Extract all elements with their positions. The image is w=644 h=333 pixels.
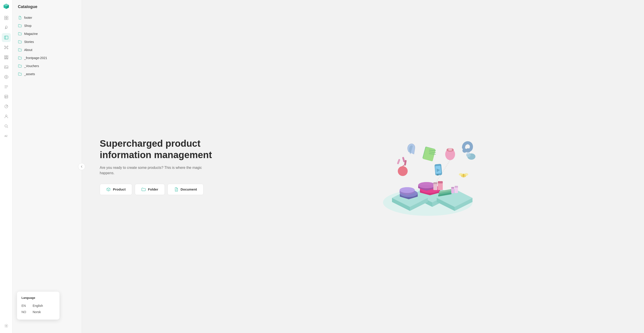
svg-rect-16 bbox=[4, 57, 6, 58]
sidebar-nav: footerShopMagazineStoriesAbout_frontpage… bbox=[12, 13, 82, 333]
document-button-label: Document bbox=[181, 188, 197, 191]
nav-customers[interactable] bbox=[2, 112, 11, 121]
svg-line-11 bbox=[7, 47, 7, 47]
illustration-area bbox=[230, 118, 626, 216]
svg-rect-17 bbox=[6, 57, 8, 58]
svg-rect-54 bbox=[454, 186, 458, 188]
sidebar-item-label: _assets bbox=[24, 72, 35, 76]
folder-icon bbox=[18, 56, 22, 60]
document-icon bbox=[18, 16, 22, 20]
sidebar-item-assets[interactable]: _assets bbox=[15, 70, 79, 78]
svg-point-84 bbox=[468, 150, 468, 150]
svg-point-29 bbox=[6, 106, 6, 107]
nav-az[interactable]: AZ bbox=[2, 132, 11, 140]
svg-point-49 bbox=[400, 187, 415, 193]
icon-sidebar: AZ bbox=[0, 0, 12, 333]
lang-name-no: Norsk bbox=[33, 310, 41, 314]
svg-rect-53 bbox=[454, 187, 458, 193]
sidebar-item-label: Shop bbox=[24, 24, 32, 28]
folder-icon bbox=[18, 32, 22, 36]
sidebar-item-footer[interactable]: footer bbox=[15, 14, 79, 22]
lang-code-no: NO bbox=[22, 310, 28, 314]
nav-graph[interactable] bbox=[2, 43, 11, 52]
collapse-sidebar-button[interactable] bbox=[78, 163, 85, 170]
sidebar-item-label: footer bbox=[24, 16, 32, 20]
svg-point-8 bbox=[4, 48, 5, 49]
folder-icon bbox=[18, 72, 22, 76]
content-area: Supercharged product information managem… bbox=[82, 0, 644, 333]
nav-dashboard[interactable] bbox=[2, 14, 11, 22]
svg-rect-18 bbox=[4, 58, 6, 59]
svg-point-22 bbox=[6, 76, 7, 78]
sidebar-item-label: Stories bbox=[24, 40, 34, 44]
svg-rect-19 bbox=[6, 58, 8, 59]
nav-analytics[interactable] bbox=[2, 102, 11, 111]
svg-rect-55 bbox=[451, 188, 454, 193]
folder-icon bbox=[18, 64, 22, 68]
svg-text:AZ: AZ bbox=[4, 135, 8, 137]
svg-line-32 bbox=[7, 127, 8, 128]
nav-plugins[interactable] bbox=[2, 72, 11, 82]
svg-point-80 bbox=[467, 152, 469, 154]
svg-rect-20 bbox=[4, 66, 8, 68]
lang-name-en: English bbox=[33, 304, 43, 308]
action-buttons: Product Folder bbox=[100, 184, 216, 195]
svg-rect-43 bbox=[438, 181, 443, 184]
language-popup-title: Language bbox=[22, 296, 55, 300]
svg-rect-3 bbox=[6, 18, 8, 20]
product-button[interactable]: Product bbox=[100, 184, 132, 195]
language-option-en[interactable]: EN English bbox=[22, 302, 55, 309]
nav-image[interactable] bbox=[2, 62, 11, 72]
sidebar-title: Catalogue bbox=[12, 0, 82, 13]
nav-search[interactable] bbox=[2, 122, 11, 130]
svg-rect-56 bbox=[451, 187, 454, 188]
svg-point-34 bbox=[6, 326, 7, 326]
nav-catalogue[interactable] bbox=[2, 33, 11, 42]
hero-title: Supercharged product information managem… bbox=[100, 138, 216, 160]
svg-rect-42 bbox=[438, 182, 443, 190]
svg-point-9 bbox=[7, 48, 8, 49]
folder-icon bbox=[141, 187, 146, 192]
sidebar-item-magazine[interactable]: Magazine bbox=[15, 30, 79, 38]
sidebar-item-stories[interactable]: Stories bbox=[15, 38, 79, 46]
hero-subtitle: Are you ready to create some products? T… bbox=[100, 165, 216, 176]
svg-rect-85 bbox=[397, 159, 400, 164]
nav-grid[interactable] bbox=[2, 53, 11, 62]
language-popup: Language EN English NO Norsk bbox=[17, 292, 60, 320]
svg-point-41 bbox=[418, 182, 435, 188]
svg-line-12 bbox=[5, 48, 6, 48]
product-illustration bbox=[370, 118, 486, 216]
svg-point-21 bbox=[5, 66, 6, 67]
sidebar-item-frontpage-2021[interactable]: _frontpage-2021 bbox=[15, 54, 79, 62]
nav-settings[interactable] bbox=[2, 321, 11, 330]
document-icon bbox=[174, 187, 178, 192]
svg-point-5 bbox=[6, 47, 7, 48]
svg-rect-0 bbox=[4, 16, 6, 18]
sidebar-item-shop[interactable]: Shop bbox=[15, 22, 79, 30]
sidebar-item-vouchers[interactable]: _Vouchers bbox=[15, 62, 79, 70]
nav-list[interactable] bbox=[2, 82, 11, 91]
svg-rect-2 bbox=[4, 18, 6, 20]
nav-rocket[interactable] bbox=[2, 23, 11, 32]
svg-point-7 bbox=[7, 46, 8, 47]
folder-icon bbox=[18, 48, 22, 52]
sidebar-item-label: Magazine bbox=[24, 32, 38, 36]
svg-line-10 bbox=[5, 47, 6, 47]
nav-subscriptions[interactable] bbox=[2, 92, 11, 101]
svg-line-13 bbox=[7, 48, 7, 48]
svg-rect-14 bbox=[4, 56, 6, 56]
svg-point-72 bbox=[459, 173, 463, 176]
main-content: Supercharged product information managem… bbox=[82, 0, 644, 333]
svg-rect-59 bbox=[448, 148, 452, 151]
document-button[interactable]: Document bbox=[168, 184, 204, 195]
folder-icon bbox=[18, 40, 22, 44]
app-logo[interactable] bbox=[3, 3, 10, 10]
hero-section: Supercharged product information managem… bbox=[100, 138, 216, 195]
sidebar-item-about[interactable]: About bbox=[15, 46, 79, 54]
folder-button[interactable]: Folder bbox=[135, 184, 165, 195]
language-option-no[interactable]: NO Norsk bbox=[22, 309, 55, 315]
svg-rect-26 bbox=[5, 95, 8, 98]
svg-point-30 bbox=[5, 115, 7, 116]
svg-point-77 bbox=[398, 166, 408, 176]
svg-rect-4 bbox=[4, 36, 8, 39]
